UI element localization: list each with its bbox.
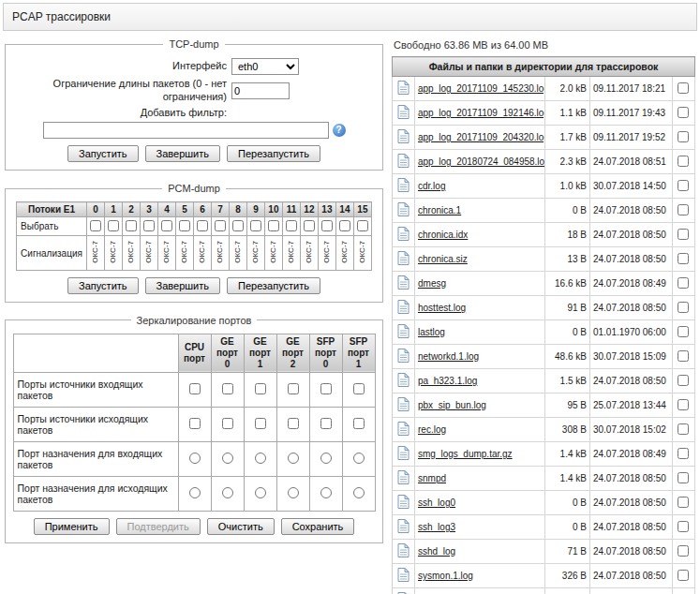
mirror-checkbox[interactable] [222,418,233,429]
file-select-checkbox[interactable] [678,326,689,337]
file-link[interactable]: dmesg [418,278,446,289]
file-select-checkbox[interactable] [678,399,689,410]
file-select-checkbox[interactable] [678,521,689,532]
file-link[interactable]: snmpd [418,473,446,483]
mirror-radio[interactable] [189,453,201,464]
file-link[interactable]: smg_logs_dump.tar.gz [418,449,513,459]
packet-length-limit-label: Ограничение длины пакетов (0 - нет огран… [11,78,231,104]
mirror-radio[interactable] [288,487,299,498]
mirror-checkbox[interactable] [189,418,201,429]
mirror-checkbox[interactable] [222,383,233,394]
file-link[interactable]: app_log_20180724_084958.log [418,156,544,167]
file-select-checkbox[interactable] [678,448,689,459]
mirror-checkbox[interactable] [288,418,299,429]
pcmdump-restart-button[interactable]: Перезапустить [227,277,320,294]
file-icon-cell [393,418,415,442]
e1-stream-select-checkbox[interactable] [126,220,137,231]
file-select-checkbox[interactable] [678,180,689,191]
mirror-radio[interactable] [288,453,299,464]
file-select-checkbox[interactable] [678,253,689,264]
mirror-radio[interactable] [222,487,233,498]
mirror-checkbox[interactable] [288,383,299,394]
file-link[interactable]: lastlog [418,327,445,337]
pcmdump-start-button[interactable]: Запустить [67,277,139,294]
mirror-radio[interactable] [353,453,365,464]
file-select-checkbox[interactable] [678,229,689,240]
e1-stream-select-checkbox[interactable] [321,220,333,231]
e1-stream-select-checkbox[interactable] [357,220,368,231]
confirm-button[interactable]: Подтвердить [116,518,201,535]
tcpdump-start-button[interactable]: Запустить [67,145,139,162]
file-link[interactable]: cdr.log [418,181,445,191]
e1-stream-select-checkbox[interactable] [215,220,226,231]
mirror-radio[interactable] [353,487,365,498]
file-select-checkbox[interactable] [678,545,689,557]
file-select-checkbox[interactable] [678,570,689,581]
e1-stream-select-checkbox[interactable] [161,220,172,231]
mirror-radio[interactable] [189,487,201,498]
e1-stream-select-checkbox[interactable] [90,220,101,231]
mirror-checkbox[interactable] [320,383,332,394]
e1-stream-select-checkbox[interactable] [108,220,119,231]
file-link[interactable]: ssh_log3 [418,522,455,532]
mirror-checkbox[interactable] [353,383,365,394]
packet-length-limit-input[interactable] [231,82,290,99]
mirror-checkbox[interactable] [255,418,266,429]
file-select-checkbox[interactable] [678,82,689,94]
apply-button[interactable]: Применить [34,518,110,535]
pcmdump-stop-button[interactable]: Завершить [145,277,220,294]
filter-input[interactable] [43,122,329,139]
file-select-checkbox[interactable] [678,497,689,508]
mirror-radio[interactable] [320,453,332,464]
file-link[interactable]: sshd_log [418,546,455,557]
file-select-checkbox[interactable] [678,204,689,215]
file-link[interactable]: sysmon.1.log [418,571,473,581]
mirror-checkbox[interactable] [320,418,332,429]
e1-stream-select-checkbox[interactable] [268,220,279,231]
mirror-radio[interactable] [222,453,233,464]
mirror-radio[interactable] [255,487,266,498]
file-link[interactable]: app_log_20171109_204320.log [418,132,544,142]
file-link[interactable]: app_log_20171109_145230.log [418,83,544,94]
file-select-checkbox[interactable] [678,156,689,167]
file-select-checkbox[interactable] [678,472,689,483]
file-select-checkbox[interactable] [678,277,689,289]
file-icon [397,495,410,509]
e1-stream-select-checkbox[interactable] [197,220,208,231]
e1-stream-select-checkbox[interactable] [286,220,297,231]
file-link[interactable]: chronica.idx [418,230,468,240]
file-link[interactable]: networkd.1.log [418,351,479,362]
help-icon[interactable]: ? [333,124,346,137]
e1-stream-select-checkbox[interactable] [232,220,244,231]
e1-stream-select-checkbox[interactable] [339,220,350,231]
clear-button[interactable]: Очистить [207,518,275,535]
file-link[interactable]: app_log_20171109_192146.log [418,108,544,118]
mirror-checkbox[interactable] [353,418,365,429]
mirror-checkbox[interactable] [189,383,201,394]
file-link[interactable]: ssh_log0 [418,497,455,508]
file-select-checkbox[interactable] [678,302,689,313]
interface-select[interactable]: eth0 [231,58,299,75]
file-link[interactable]: chronica.1 [418,205,461,215]
file-link[interactable]: rec.log [418,424,446,435]
file-link[interactable]: pbx_sip_bun.log [418,400,486,410]
e1-stream-select-checkbox[interactable] [250,220,261,231]
save-button[interactable]: Сохранить [281,518,355,535]
file-select-checkbox[interactable] [678,423,689,435]
file-link[interactable]: pa_h323.1.log [418,376,477,386]
tcpdump-stop-button[interactable]: Завершить [145,145,220,162]
file-link[interactable]: hosttest.log [418,303,466,313]
file-select-checkbox[interactable] [678,350,689,362]
file-select-checkbox[interactable] [678,375,689,386]
tcpdump-restart-button[interactable]: Перезапустить [227,145,320,162]
file-select-checkbox[interactable] [678,131,689,142]
mirror-row-label: Порты источники исходящих пакетов [13,407,178,441]
e1-stream-select-checkbox[interactable] [304,220,315,231]
file-select-checkbox[interactable] [678,107,689,118]
e1-stream-select-checkbox[interactable] [143,220,155,231]
mirror-radio[interactable] [255,453,266,464]
mirror-checkbox[interactable] [255,383,266,394]
file-link[interactable]: chronica.siz [418,254,468,264]
e1-stream-select-checkbox[interactable] [179,220,190,231]
mirror-radio[interactable] [320,487,332,498]
